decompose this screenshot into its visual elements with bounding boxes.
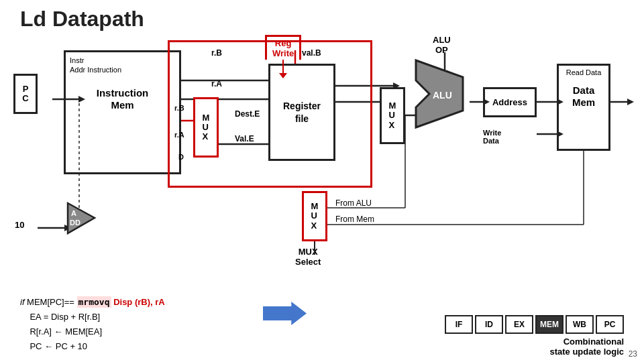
data-mem-top-label: Read Data bbox=[559, 66, 608, 76]
code-block: if MEM[PC]== mrmovq Disp (rB), rA EA = D… bbox=[20, 295, 165, 354]
data-mem-label: Data Mem bbox=[559, 84, 608, 109]
pipe-stage-WB: WB bbox=[566, 315, 594, 334]
pipe-stage-IF: IF bbox=[445, 315, 473, 334]
from-mem-label: From Mem bbox=[335, 215, 374, 224]
instruction-memory-block: Instr Addr Instruction Instruction Mem bbox=[64, 50, 181, 174]
svg-text:DD: DD bbox=[70, 219, 80, 227]
reg-write-label: Reg Write bbox=[265, 35, 301, 60]
mux-right-box: M U X bbox=[380, 87, 405, 144]
pipe-stage-ID: ID bbox=[475, 315, 503, 334]
pipe-stage-EX: EX bbox=[505, 315, 533, 334]
address-box: Address bbox=[483, 87, 537, 117]
write-data-label: Write Data bbox=[483, 129, 501, 145]
mux-bottom-box: M U X bbox=[302, 191, 327, 241]
rA-mux-label: r.A bbox=[174, 131, 184, 139]
valE-label: Val.E bbox=[235, 134, 254, 143]
data-mem-block: Read Data Data Mem bbox=[557, 64, 610, 151]
D-mux-label: D bbox=[178, 153, 184, 161]
code-line-3: R[r.A] ← MEM[EA] bbox=[20, 324, 165, 339]
page-title: Ld Datapath bbox=[20, 7, 144, 32]
svg-text:A: A bbox=[71, 209, 76, 217]
rB-mux-label: r.B bbox=[174, 104, 184, 112]
from-alu-label: From ALU bbox=[335, 198, 372, 208]
blue-arrow bbox=[263, 302, 307, 325]
alu-shape: ALU bbox=[413, 57, 466, 131]
pipeline-row: IF ID EX MEM WB PC bbox=[445, 315, 624, 334]
pipe-stage-MEM: MEM bbox=[535, 315, 564, 334]
page-number: 23 bbox=[629, 349, 637, 359]
code-line-4: PC ← PC + 10 bbox=[20, 339, 165, 354]
code-line-2: EA = Disp + R[r.B] bbox=[20, 310, 165, 324]
mux-left-box: M U X bbox=[193, 97, 219, 158]
destE-label: Dest.E bbox=[235, 109, 260, 119]
instr-mem-label: Instruction Mem bbox=[66, 87, 179, 111]
combinational-label: Combinational state update logic bbox=[549, 337, 624, 357]
pc-box: P C bbox=[13, 74, 38, 114]
mux-select-label: MUX Select bbox=[295, 247, 321, 267]
code-line-1: if MEM[PC]== mrmovq Disp (rB), rA bbox=[20, 295, 165, 310]
ten-label: 10 bbox=[15, 220, 24, 230]
svg-marker-21 bbox=[627, 99, 634, 105]
svg-text:ALU: ALU bbox=[433, 90, 452, 101]
pipe-stage-PC: PC bbox=[596, 315, 624, 334]
instr-mem-top-label: Instr Addr Instruction bbox=[66, 52, 179, 75]
add-block: A DD bbox=[64, 200, 98, 239]
alu-op-label: ALU OP bbox=[433, 35, 451, 55]
